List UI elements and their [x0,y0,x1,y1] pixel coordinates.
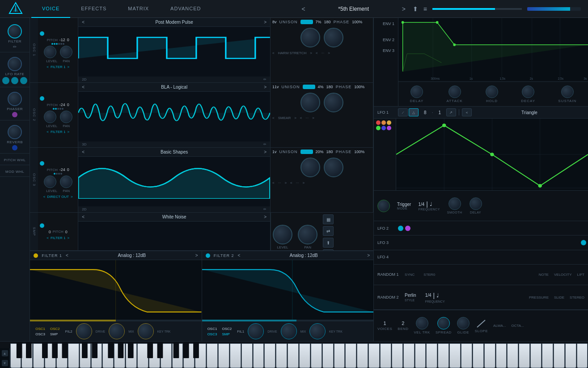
piano-key-a2[interactable] [149,343,160,368]
piano-key-a5[interactable] [392,343,403,368]
osc1-level-knob[interactable] [44,46,56,58]
piano-key-f3[interactable] [207,343,218,368]
tab-advanced[interactable]: ADVANCED [160,0,212,18]
smp-bar-icon[interactable]: ▦ [323,214,334,224]
lfo1-left-btn[interactable]: < [462,108,472,116]
piano-key-e4[interactable] [276,343,287,368]
filter2-drive-knob[interactable] [248,323,264,339]
piano-key-d[interactable] [21,343,33,368]
osc2-unison-toggle[interactable] [303,85,315,89]
smp-pan-knob[interactable] [298,225,317,244]
menu-icon[interactable]: ≡ [423,5,427,13]
preset-next-button[interactable]: > [402,5,406,13]
filter-knob[interactable] [8,24,22,39]
lfo1-dot-yellow[interactable] [387,120,391,125]
osc2-unison-knob[interactable] [300,93,320,112]
piano-key-g3[interactable] [218,343,229,368]
osc3-enabled-dot[interactable] [40,161,44,166]
piano-key-f5[interactable] [368,343,380,368]
piano-key-g5[interactable] [380,343,391,368]
lfo1-bottom-knob[interactable] [377,200,390,212]
osc3-edit-icon[interactable]: ✏ [263,207,267,211]
piano-key-e6[interactable] [438,343,449,368]
filter1-osc1[interactable]: OSC1 [34,326,47,331]
filter1-next[interactable]: > [195,253,198,258]
spread-knob[interactable] [437,317,450,329]
piano-key-b6[interactable] [484,343,495,368]
osc1-unison-knob[interactable] [300,28,320,47]
osc3-unison-toggle[interactable] [300,150,313,154]
piano-key-c7[interactable] [496,343,507,368]
filter2-freq-slider[interactable] [202,320,373,321]
osc1-smear-next[interactable]: > [328,51,330,55]
osc1-harm-next[interactable]: > [310,51,312,55]
piano-key-c3[interactable] [172,343,183,368]
osc1-unison-toggle[interactable] [300,20,313,24]
piano-key-c8[interactable] [577,343,588,368]
save-icon[interactable]: ⬆ [413,5,418,13]
osc3-harm-prev[interactable]: < [272,181,275,185]
lfo1-dot-blue[interactable] [381,126,386,130]
lfo1-delay-knob[interactable] [470,197,482,210]
osc2-phase-knob[interactable] [324,93,343,112]
filter2-next[interactable]: > [367,253,370,258]
smp-export-icon[interactable]: ⬆ [323,238,334,248]
osc2-wave-next[interactable]: > [264,85,267,90]
filter1-freq-slider[interactable] [30,320,201,321]
piano-key-d4[interactable] [264,343,275,368]
osc1-edit-icon[interactable]: ✏ [263,77,267,81]
osc3-pan-knob[interactable] [60,175,72,188]
filter2-keytrk-knob[interactable] [309,323,326,339]
piano-key-c4[interactable] [253,343,264,368]
osc2-filter-prev[interactable]: < [47,130,49,134]
piano-key-c[interactable] [10,343,21,368]
lfo1-dot-green[interactable] [376,126,381,130]
piano-key-d5[interactable] [345,343,356,368]
piano-key-c6[interactable] [415,343,426,368]
glide-knob[interactable] [457,317,470,329]
piano-key-f4[interactable] [288,343,299,368]
piano-key-g6[interactable] [461,343,472,368]
piano-key-f[interactable] [45,343,56,368]
phaser-knob[interactable] [8,92,22,106]
smp-shuffle-icon[interactable]: ⇄ [323,226,334,236]
smp-filter-next[interactable]: > [68,236,70,240]
filter1-mix-knob[interactable] [109,323,125,339]
smp-filter-prev[interactable]: < [47,236,49,240]
piano-key-a[interactable] [68,343,79,368]
piano-key-b7[interactable] [565,343,576,368]
osc1-pan-knob[interactable] [60,46,72,58]
volume-bar[interactable] [527,7,581,11]
piano-key-f6[interactable] [449,343,461,368]
osc3-level-knob[interactable] [44,175,56,188]
osc2-level-knob[interactable] [44,111,56,123]
osc1-phase-knob[interactable] [324,28,343,47]
filter2-prev[interactable]: < [237,253,240,258]
piano-key-e2[interactable] [114,343,125,368]
piano-key-d2[interactable] [102,343,114,368]
osc1-phase-prev[interactable]: < [316,51,318,55]
osc1-filter-prev[interactable]: < [47,65,49,69]
filter2-mix-knob[interactable] [281,323,297,339]
lfo2-dot-cyan[interactable] [398,226,403,231]
reverb-knob[interactable] [8,125,22,139]
osc3-filter-prev[interactable]: < [43,195,46,199]
filter-pen-icon[interactable]: ✏ [13,44,17,49]
env-attack-knob[interactable] [448,86,461,98]
filter1-prev[interactable]: < [66,253,68,258]
piano-key-b5[interactable] [403,343,415,368]
lfo1-dot-purple[interactable] [387,126,391,130]
osc1-filter-next[interactable]: > [68,65,70,69]
piano-key-c5[interactable] [334,343,345,368]
env-decay-knob[interactable] [522,86,534,98]
lfo1-dot-orange[interactable] [381,120,386,125]
piano-key-g4[interactable] [299,343,310,368]
osc2-smear-next[interactable]: > [312,116,314,120]
lfo1-dot-red[interactable] [376,120,381,125]
piano-key-d7[interactable] [507,343,518,368]
osc2-filter-next[interactable]: > [68,130,70,134]
piano-key-e5[interactable] [357,343,368,368]
piano-key-g7[interactable] [542,343,553,368]
lfo2-dot-purple[interactable] [405,226,410,231]
piano-key-a4[interactable] [311,343,322,368]
